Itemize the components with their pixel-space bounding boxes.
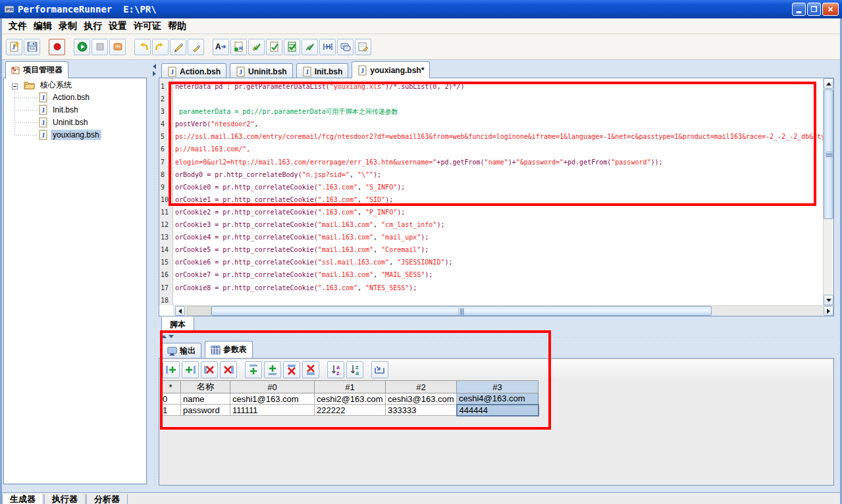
svg-text:J: J xyxy=(171,68,174,76)
menu-帮助[interactable]: 帮助 xyxy=(165,18,190,34)
new-script-button[interactable]: J xyxy=(6,39,22,55)
record-view-button[interactable]: R xyxy=(230,39,247,55)
vertical-scrollbar[interactable] xyxy=(823,78,833,305)
scroll-track[interactable] xyxy=(187,306,211,316)
record-button[interactable] xyxy=(49,39,65,55)
edit-pen-icon xyxy=(173,41,184,52)
run-button[interactable] xyxy=(74,39,90,55)
stop-icon xyxy=(95,41,105,52)
project-manager-panel: 项目管理器 核心系统 JAction.bshJInit.bshJUninit.b… xyxy=(2,61,148,486)
form-edit-button[interactable] xyxy=(355,39,371,55)
check-script-button[interactable] xyxy=(302,39,318,55)
annotation-rect-code xyxy=(169,82,816,206)
check-pen-button[interactable] xyxy=(248,39,265,55)
app-icon: PR xyxy=(4,4,14,14)
scroll-down-button[interactable] xyxy=(824,295,833,305)
menu-录制[interactable]: 录制 xyxy=(55,18,80,34)
perspective-tab-分析器[interactable]: 分析器 xyxy=(86,494,128,504)
scroll-left-button[interactable] xyxy=(175,306,185,316)
collapse-right-icon[interactable] xyxy=(153,71,156,76)
undo-icon xyxy=(138,41,148,52)
check-sheet-button[interactable] xyxy=(284,39,300,55)
redo-button[interactable] xyxy=(152,39,169,55)
edit-pen-button[interactable] xyxy=(170,39,186,55)
svg-text:J: J xyxy=(305,68,309,76)
editor-tab-youxiang.bsh*[interactable]: Jyouxiang.bsh* xyxy=(352,61,430,78)
menu-设置[interactable]: 设置 xyxy=(105,18,130,34)
bsh-file-icon: J xyxy=(38,117,48,128)
check-doc-button[interactable] xyxy=(266,39,282,55)
console-icon xyxy=(340,42,351,51)
collapse-left-icon[interactable] xyxy=(153,64,156,69)
svg-text:PR: PR xyxy=(6,7,13,13)
svg-text:J: J xyxy=(41,107,45,114)
bsh-file-icon: J xyxy=(167,66,177,77)
menu-许可证[interactable]: 许可证 xyxy=(130,18,165,34)
edit-wand-button[interactable] xyxy=(188,39,204,55)
close-button[interactable]: ✕ xyxy=(822,3,839,16)
horizontal-scrollbar[interactable] xyxy=(173,305,833,316)
check-script-icon xyxy=(305,41,315,52)
bsh-file-icon: J xyxy=(236,66,246,77)
svg-text:J: J xyxy=(239,68,242,76)
editor-tab-Init.bsh[interactable]: JInit.bsh xyxy=(296,63,349,79)
editor-tab-Action.bsh[interactable]: JAction.bsh xyxy=(161,63,226,79)
svg-text:A: A xyxy=(215,42,221,51)
svg-text:R: R xyxy=(239,45,243,51)
scroll-up-button[interactable] xyxy=(824,78,833,89)
new-script-icon: J xyxy=(9,41,20,52)
tree-node-Init.bsh[interactable]: JInit.bsh xyxy=(4,104,146,116)
menu-文件[interactable]: 文件 xyxy=(5,18,30,34)
editor-tab-Uninit.bsh[interactable]: JUninit.bsh xyxy=(230,63,293,79)
perspective-tabs: 生成器执行器分析器 xyxy=(2,492,840,504)
tree-node-Uninit.bsh[interactable]: JUninit.bsh xyxy=(4,116,146,128)
minimize-button[interactable]: ▂ xyxy=(792,3,806,16)
tree-guide xyxy=(14,91,15,136)
bsh-file-icon: J xyxy=(357,65,367,76)
record-view-icon: R xyxy=(234,41,244,52)
bsh-file-icon: J xyxy=(38,130,48,140)
project-tree: 核心系统 JAction.bshJInit.bshJUninit.bshJyou… xyxy=(3,78,147,484)
svg-text:J: J xyxy=(41,132,45,139)
http-compare-icon: H xyxy=(323,42,333,51)
check-pen-icon xyxy=(251,41,262,52)
tree-expander[interactable] xyxy=(12,84,18,89)
record-icon xyxy=(52,41,63,52)
bsh-file-icon: J xyxy=(302,66,312,77)
perspective-tab-执行器[interactable]: 执行器 xyxy=(44,494,86,504)
annotation-rect-table xyxy=(160,330,551,430)
edit-wand-icon xyxy=(191,41,201,52)
perspective-tab-生成器[interactable]: 生成器 xyxy=(2,494,43,504)
scroll-right-button[interactable] xyxy=(824,306,833,316)
vertical-scroll-thumb[interactable] xyxy=(824,89,833,219)
pause-button[interactable] xyxy=(109,39,126,55)
menu-编辑[interactable]: 编辑 xyxy=(30,18,55,34)
menu-执行[interactable]: 执行 xyxy=(80,18,105,34)
pause-icon xyxy=(113,41,123,52)
console-button[interactable] xyxy=(337,39,354,55)
redo-icon xyxy=(155,41,166,52)
vertical-splitter[interactable] xyxy=(151,61,159,486)
check-doc-icon xyxy=(269,41,280,52)
restore-button[interactable]: ❐ xyxy=(807,3,821,16)
svg-text:J: J xyxy=(41,119,45,126)
undo-button[interactable] xyxy=(134,39,151,55)
tree-node-Action.bsh[interactable]: JAction.bsh xyxy=(4,91,146,103)
tree-node-youxiang.bsh[interactable]: Jyouxiang.bsh xyxy=(4,129,146,141)
tab-project-manager[interactable]: 项目管理器 xyxy=(5,61,68,78)
svg-text:J: J xyxy=(41,94,45,101)
window-title: PerformanceRunner E:\PR\ xyxy=(18,4,157,14)
bsh-file-icon: J xyxy=(38,92,48,103)
http-compare-button[interactable]: H xyxy=(319,39,336,55)
stop-button[interactable] xyxy=(92,39,108,55)
title-bar: PR PerformanceRunner E:\PR\ ▂ ❐ ✕ xyxy=(0,0,842,18)
rename-button[interactable]: A xyxy=(213,39,229,55)
save-button[interactable] xyxy=(24,39,40,55)
save-icon xyxy=(27,41,38,52)
svg-text:J: J xyxy=(361,67,364,74)
check-sheet-icon xyxy=(287,41,298,52)
run-icon xyxy=(77,41,88,52)
horizontal-scroll-thumb[interactable] xyxy=(211,306,712,316)
tree-node-root[interactable]: 核心系统 xyxy=(4,79,146,91)
toolbar: JARH xyxy=(2,34,840,60)
